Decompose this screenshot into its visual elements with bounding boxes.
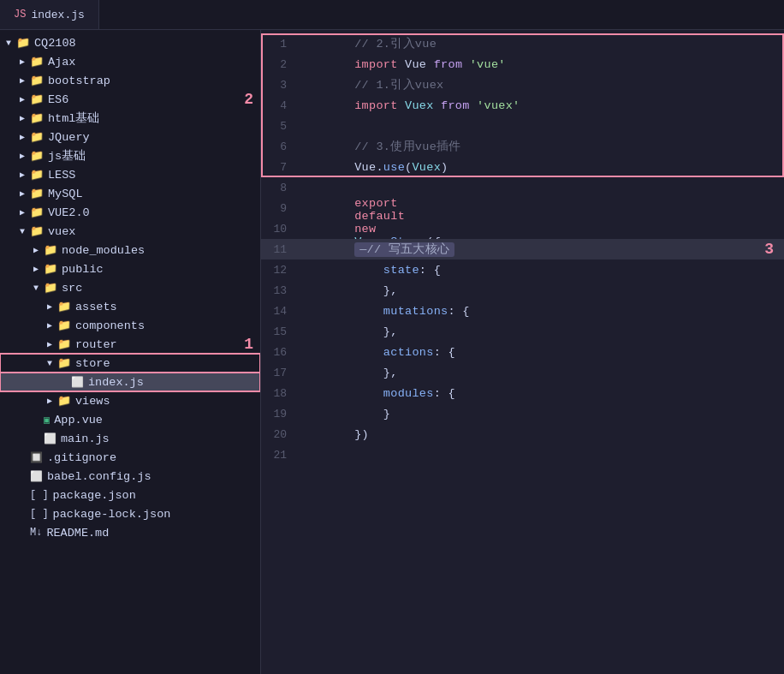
active-tab[interactable]: JS index.js: [0, 0, 99, 29]
badge-2: 2: [244, 92, 253, 107]
sidebar-label: store: [75, 357, 110, 370]
line-number: 5: [261, 120, 297, 133]
sidebar-item-app-vue[interactable]: ▶ ▣ App.vue: [0, 410, 260, 429]
code-editor[interactable]: 1 // 2.引入vue 2 import Vue from 'vue' 3 /…: [261, 30, 784, 674]
js-file-icon: ⬜: [71, 376, 84, 389]
folder-icon: 📁: [44, 262, 57, 276]
sidebar-item-readme[interactable]: ▶ M↓ README.md: [0, 523, 260, 542]
sidebar-item-package-lock[interactable]: ▶ [ ] package-lock.json: [0, 504, 260, 523]
sidebar-item-jquery[interactable]: ▶ 📁 JQuery: [0, 128, 260, 146]
code-line-21: 21: [261, 444, 784, 465]
arrow-icon: ▶: [17, 94, 27, 104]
sidebar-item-less[interactable]: ▶ 📁 LESS: [0, 165, 260, 184]
folder-icon: 📁: [30, 149, 44, 163]
sidebar-label: CQ2108: [34, 37, 76, 50]
file-icon: 🔲: [30, 451, 43, 464]
sidebar-item-cq2108[interactable]: ▼ 📁 CQ2108: [0, 33, 260, 52]
arrow-icon: ▶: [31, 264, 41, 274]
sidebar-item-bootstrap[interactable]: ▶ 📁 bootstrap: [0, 71, 260, 90]
sidebar-label: VUE2.0: [48, 206, 90, 219]
sidebar-item-index-js[interactable]: ▶ ⬜ index.js: [0, 373, 260, 391]
sidebar-label: components: [75, 319, 145, 332]
sidebar-item-store[interactable]: ▼ 📁 store: [0, 354, 260, 373]
json-file-icon: [ ]: [30, 508, 49, 520]
line-number: 6: [261, 140, 297, 153]
sidebar-label: README.md: [46, 527, 109, 540]
sidebar-label: babel.config.js: [47, 470, 151, 483]
sidebar-item-vuex[interactable]: ▼ 📁 vuex: [0, 222, 260, 241]
line-number: 1: [261, 38, 297, 51]
folder-icon: 📁: [57, 337, 71, 351]
code-line-7: 7 Vue.use(Vuex): [261, 157, 784, 177]
sidebar-label: App.vue: [54, 414, 103, 426]
sidebar-label: LESS: [48, 169, 75, 182]
arrow-icon: ▼: [45, 359, 55, 368]
code-line-20: 20 }): [261, 424, 784, 444]
sidebar-label: MySQL: [48, 188, 83, 200]
code-line-4: 4 import Vuex from 'vuex': [261, 95, 784, 116]
arrow-icon: ▶: [17, 57, 27, 67]
folder-icon: 📁: [30, 55, 44, 69]
folder-icon: 📁: [57, 319, 71, 332]
sidebar-item-node-modules[interactable]: ▶ 📁 node_modules: [0, 241, 260, 259]
folder-icon: 📁: [30, 168, 44, 182]
arrow-icon: ▶: [45, 339, 55, 349]
sidebar-item-es6[interactable]: ▶ 📁 ES6 2: [0, 90, 260, 109]
line-number: 21: [261, 449, 297, 462]
sidebar-item-gitignore[interactable]: ▶ 🔲 .gitignore: [0, 448, 260, 467]
main-layout: ▼ 📁 CQ2108 ▶ 📁 Ajax ▶ 📁 bootstrap ▶ 📁 ES…: [0, 30, 784, 674]
folder-icon: 📁: [57, 300, 71, 313]
sidebar-label: bootstrap: [48, 75, 110, 87]
arrow-icon: ▶: [45, 396, 55, 406]
folder-icon: 📁: [30, 92, 44, 106]
sidebar-item-js-basic[interactable]: ▶ 📁 js基础: [0, 146, 260, 165]
folder-icon: 📁: [30, 206, 44, 219]
line-number: 18: [261, 387, 297, 400]
sidebar-item-ajax[interactable]: ▶ 📁 Ajax: [0, 52, 260, 71]
sidebar-label: Ajax: [48, 56, 75, 69]
badge-3: 3: [764, 241, 774, 258]
folder-icon: 📁: [30, 224, 44, 238]
sidebar-label: index.js: [88, 376, 144, 389]
line-number: 7: [261, 161, 297, 174]
sidebar-label: public: [62, 263, 104, 276]
arrow-icon: ▼: [17, 227, 27, 236]
arrow-icon: ▶: [45, 320, 55, 331]
sidebar-label: views: [75, 395, 110, 408]
line-number: 2: [261, 58, 297, 71]
sidebar-item-assets[interactable]: ▶ 📁 assets: [0, 297, 260, 316]
folder-icon: 📁: [57, 356, 71, 370]
line-number: 4: [261, 99, 297, 112]
arrow-icon: ▶: [17, 151, 27, 161]
sidebar-item-mysql[interactable]: ▶ 📁 MySQL: [0, 184, 260, 203]
sidebar-item-package-json[interactable]: ▶ [ ] package.json: [0, 486, 260, 504]
js-file-icon: JS: [14, 9, 26, 21]
sidebar-label: package-lock.json: [53, 508, 171, 521]
sidebar-item-html[interactable]: ▶ 📁 html基础: [0, 109, 260, 128]
sidebar-item-vue20[interactable]: ▶ 📁 VUE2.0: [0, 203, 260, 222]
sidebar-item-public[interactable]: ▶ 📁 public: [0, 259, 260, 278]
sidebar-item-babel[interactable]: ▶ ⬜ babel.config.js: [0, 467, 260, 486]
line-content: —// 写五大核心: [297, 229, 774, 270]
sidebar-label: html基础: [48, 110, 99, 126]
folder-icon: 📁: [44, 243, 57, 257]
line-number: 20: [261, 428, 297, 441]
folder-icon: 📁: [30, 74, 44, 87]
arrow-icon: ▶: [31, 245, 41, 255]
folder-icon: 📁: [30, 187, 44, 200]
arrow-icon: ▶: [17, 113, 27, 123]
line-number: 3: [261, 79, 297, 92]
sidebar-item-components[interactable]: ▶ 📁 components: [0, 316, 260, 335]
line-number: 15: [261, 325, 297, 338]
line-number: 12: [261, 264, 297, 277]
sidebar-item-views[interactable]: ▶ 📁 views: [0, 391, 260, 410]
arrow-icon: ▶: [17, 170, 27, 180]
sidebar-item-main-js[interactable]: ▶ ⬜ main.js: [0, 429, 260, 448]
sidebar-item-router[interactable]: ▶ 📁 router 1: [0, 335, 260, 354]
line-number: 9: [261, 202, 297, 215]
line-content: [297, 449, 774, 462]
sidebar-item-src[interactable]: ▼ 📁 src: [0, 278, 260, 297]
sidebar-label: assets: [75, 301, 117, 313]
folder-icon: 📁: [44, 281, 57, 295]
sidebar-label: .gitignore: [47, 451, 116, 464]
